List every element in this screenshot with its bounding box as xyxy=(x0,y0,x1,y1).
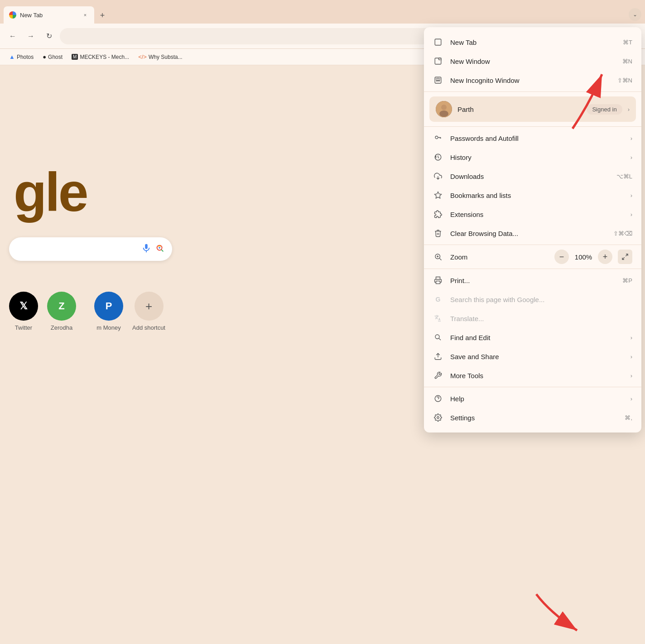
svg-line-18 xyxy=(161,250,163,251)
zoom-icon xyxy=(433,252,443,262)
bookmarks-menu-icon xyxy=(433,190,443,200)
menu-section-zoom: Zoom − 100% + xyxy=(424,245,641,269)
tab-close-button[interactable]: × xyxy=(82,11,89,19)
extensions-label: Extensions xyxy=(450,211,627,218)
shortcut-zerodha-icon: Z xyxy=(47,292,76,321)
tab-list-chevron[interactable]: ⌄ xyxy=(629,8,641,21)
find-edit-arrow: › xyxy=(631,334,632,341)
tab-title: New Tab xyxy=(20,12,78,19)
menu-item-incognito[interactable]: New Incognito Window ⇧⌘N xyxy=(424,71,641,90)
bookmark-meckeys[interactable]: M MECKEYS - Mech... xyxy=(68,52,133,62)
menu-item-translate[interactable]: Translate... xyxy=(424,309,641,328)
menu-section-profile: Parth Signed in › xyxy=(424,92,641,127)
bookmark-photos[interactable]: ▲ Photos xyxy=(5,52,37,62)
svg-point-27 xyxy=(441,105,447,110)
profile-signed-in-badge: Signed in xyxy=(587,104,622,115)
shortcut-twitter-icon: 𝕏 xyxy=(9,292,38,321)
menu-section-new: New Tab ⌘T New Window ⌘N xyxy=(424,31,641,92)
lens-search-icon[interactable] xyxy=(155,243,165,255)
incognito-shortcut: ⇧⌘N xyxy=(617,77,632,84)
profile-avatar xyxy=(436,101,452,117)
zoom-control: Zoom − 100% + xyxy=(424,247,641,267)
menu-item-save-share[interactable]: Save and Share › xyxy=(424,347,641,366)
clear-browsing-shortcut: ⇧⌘⌫ xyxy=(613,230,632,237)
more-tools-arrow: › xyxy=(631,372,632,379)
shortcut-add[interactable]: + Add shortcut xyxy=(132,292,165,331)
bookmark-substack[interactable]: </> Why Substa... xyxy=(135,52,186,62)
svg-point-43 xyxy=(435,335,439,339)
save-share-label: Save and Share xyxy=(450,353,627,360)
search-bar[interactable] xyxy=(9,237,172,261)
bookmark-ghost[interactable]: ● Ghost xyxy=(39,52,66,62)
history-icon xyxy=(433,152,443,162)
bookmarks-label: Bookmarks and lists xyxy=(450,192,627,199)
save-share-icon xyxy=(433,351,443,361)
svg-point-29 xyxy=(435,136,438,139)
svg-point-46 xyxy=(435,395,441,402)
more-tools-icon xyxy=(433,370,443,380)
menu-item-find-edit[interactable]: Find and Edit › xyxy=(424,328,641,347)
tab-bar-right: ⌄ xyxy=(629,8,641,24)
menu-item-extensions[interactable]: Extensions › xyxy=(424,205,641,224)
settings-shortcut: ⌘, xyxy=(625,414,632,421)
downloads-icon xyxy=(433,171,443,181)
zoom-fullscreen-button[interactable] xyxy=(618,250,632,264)
menu-item-more-tools[interactable]: More Tools › xyxy=(424,366,641,385)
forward-button[interactable]: → xyxy=(24,29,38,43)
settings-label: Settings xyxy=(450,414,621,422)
active-tab[interactable]: New Tab × xyxy=(4,6,94,24)
history-label: History xyxy=(450,154,627,161)
back-button[interactable]: ← xyxy=(5,29,20,43)
menu-item-new-tab[interactable]: New Tab ⌘T xyxy=(424,33,641,52)
svg-rect-14 xyxy=(145,244,148,249)
menu-item-bookmarks[interactable]: Bookmarks and lists › xyxy=(424,186,641,205)
menu-section-account: Passwords and Autofill › History › xyxy=(424,127,641,245)
help-label: Help xyxy=(450,395,627,403)
shortcuts-area: 𝕏 Twitter Z Zerodha P m Money + xyxy=(9,292,165,331)
history-arrow: › xyxy=(631,154,632,161)
profile-arrow-icon: › xyxy=(628,106,630,113)
svg-line-37 xyxy=(439,258,441,260)
svg-line-40 xyxy=(626,254,628,256)
menu-item-new-window[interactable]: New Window ⌘N xyxy=(424,52,641,71)
zoom-label: Zoom xyxy=(450,253,551,261)
shortcut-zerodha[interactable]: Z Zerodha xyxy=(47,292,76,331)
incognito-label: New Incognito Window xyxy=(450,77,614,84)
zoom-out-button[interactable]: − xyxy=(554,250,569,264)
menu-item-settings[interactable]: Settings ⌘, xyxy=(424,408,641,427)
help-icon xyxy=(433,394,443,404)
shortcut-money[interactable]: P m Money xyxy=(94,292,123,331)
menu-item-passwords[interactable]: Passwords and Autofill › xyxy=(424,129,641,148)
bottom-red-arrow xyxy=(500,585,591,639)
tab-favicon xyxy=(9,11,16,19)
profile-name: Parth xyxy=(457,106,581,113)
voice-search-icon[interactable] xyxy=(141,243,151,255)
settings-icon xyxy=(433,413,443,423)
menu-item-history[interactable]: History › xyxy=(424,148,641,167)
svg-rect-42 xyxy=(436,281,440,284)
new-window-shortcut: ⌘N xyxy=(622,58,632,65)
svg-rect-22 xyxy=(435,58,441,64)
reload-button[interactable]: ↻ xyxy=(42,29,56,43)
downloads-shortcut: ⌥⌘L xyxy=(616,173,632,180)
menu-section-tools: Print... ⌘P G Search this page with Goog… xyxy=(424,269,641,387)
menu-item-search-page[interactable]: G Search this page with Google... xyxy=(424,290,641,309)
menu-item-downloads[interactable]: Downloads ⌥⌘L xyxy=(424,167,641,186)
tab-bar: New Tab × + ⌄ xyxy=(0,0,645,24)
passwords-arrow: › xyxy=(631,135,632,142)
svg-point-48 xyxy=(437,417,439,419)
new-tab-button[interactable]: + xyxy=(96,9,109,22)
shortcut-twitter[interactable]: 𝕏 Twitter xyxy=(9,292,38,331)
svg-point-24 xyxy=(436,80,438,81)
menu-item-clear-browsing[interactable]: Clear Browsing Data... ⇧⌘⌫ xyxy=(424,224,641,243)
profile-item[interactable]: Parth Signed in › xyxy=(429,96,636,122)
menu-item-help[interactable]: Help › xyxy=(424,389,641,408)
downloads-label: Downloads xyxy=(450,173,613,180)
svg-point-17 xyxy=(159,247,160,249)
more-tools-label: More Tools xyxy=(450,372,627,380)
menu-item-print[interactable]: Print... ⌘P xyxy=(424,271,641,290)
new-window-icon xyxy=(433,56,443,66)
translate-label: Translate... xyxy=(450,315,632,322)
zoom-in-button[interactable]: + xyxy=(598,250,612,264)
shortcut-money-label: m Money xyxy=(96,324,120,331)
